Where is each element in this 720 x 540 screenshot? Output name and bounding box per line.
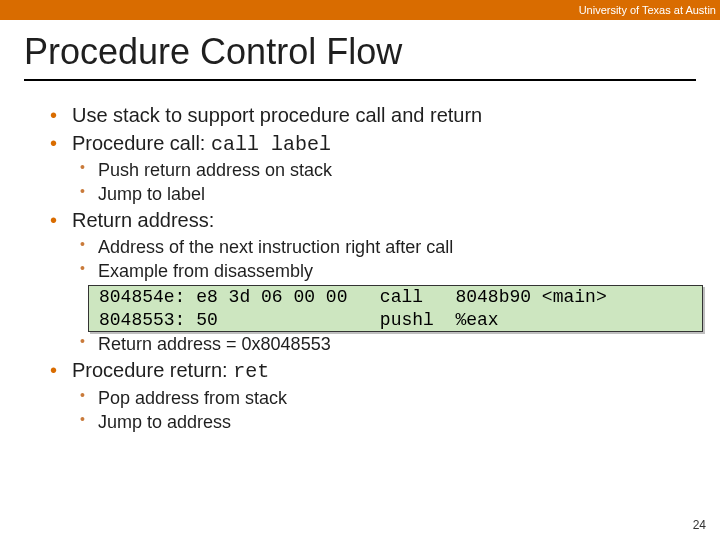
sub-bullet-list: Return address = 0x8048553	[80, 333, 696, 356]
bullet-text: Procedure return:	[72, 359, 233, 381]
sub-bullet-item: Push return address on stack	[80, 159, 696, 182]
bullet-item: Use stack to support procedure call and …	[50, 103, 696, 129]
content-area: Use stack to support procedure call and …	[0, 89, 720, 434]
header-bar: University of Texas at Austin	[0, 0, 720, 20]
sub-bullet-item: Example from disassembly	[80, 260, 696, 283]
title-rule	[24, 79, 696, 81]
bullet-list: Use stack to support procedure call and …	[50, 103, 696, 157]
bullet-text: Procedure call:	[72, 132, 211, 154]
bullet-item: Procedure call: call label	[50, 131, 696, 158]
bullet-list: Return address:	[50, 208, 696, 234]
sub-bullet-list: Pop address from stack Jump to address	[80, 387, 696, 434]
code-line: 8048553: 50 pushl %eax	[99, 310, 499, 330]
bullet-list: Procedure return: ret	[50, 358, 696, 385]
bullet-item: Return address:	[50, 208, 696, 234]
page-number: 24	[693, 518, 706, 532]
page-title: Procedure Control Flow	[24, 30, 696, 73]
inline-code: call label	[211, 133, 331, 156]
sub-bullet-item: Return address = 0x8048553	[80, 333, 696, 356]
sub-bullet-list: Push return address on stack Jump to lab…	[80, 159, 696, 206]
header-org: University of Texas at Austin	[579, 4, 716, 16]
sub-bullet-item: Pop address from stack	[80, 387, 696, 410]
disassembly-code-block: 804854e: e8 3d 06 00 00 call 8048b90 <ma…	[88, 285, 703, 332]
title-block: Procedure Control Flow	[0, 20, 720, 89]
code-line: 804854e: e8 3d 06 00 00 call 8048b90 <ma…	[99, 287, 607, 307]
sub-bullet-list: Address of the next instruction right af…	[80, 236, 696, 283]
sub-bullet-item: Jump to label	[80, 183, 696, 206]
bullet-item: Procedure return: ret	[50, 358, 696, 385]
inline-code: ret	[233, 360, 269, 383]
sub-bullet-item: Address of the next instruction right af…	[80, 236, 696, 259]
sub-bullet-item: Jump to address	[80, 411, 696, 434]
